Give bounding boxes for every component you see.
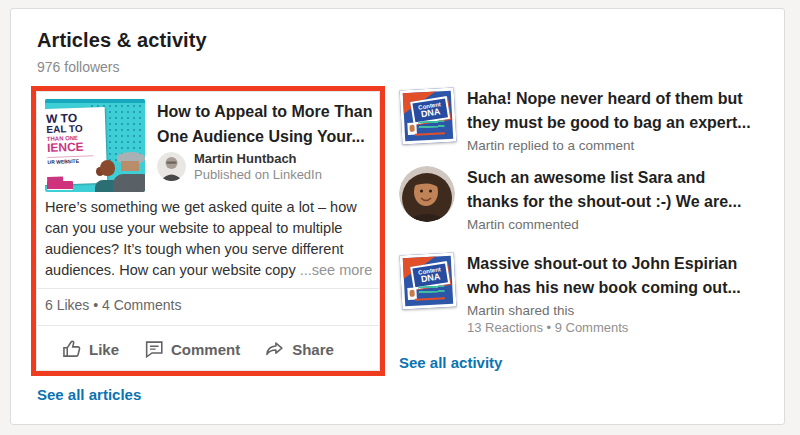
man-avatar-icon	[157, 152, 186, 181]
followers-count: 976 followers	[37, 59, 120, 75]
activity-social-counts[interactable]: 13 Reactions • 9 Comments	[467, 320, 767, 335]
book-underline	[415, 297, 445, 301]
like-label: Like	[89, 341, 119, 358]
activity-meta: Martin replied to a comment	[467, 138, 767, 153]
activity-title-line: Massive shout-out to John Espirian	[467, 252, 767, 276]
activity-meta: Martin shared this	[467, 303, 767, 318]
author-name: Martin Huntbach	[194, 151, 322, 167]
cartoon-man	[113, 152, 145, 192]
comment-icon	[143, 338, 165, 360]
activity-title-line: Such an awesome list Sara and	[467, 166, 767, 190]
activity-title-line: Haha! Nope never heard of them but	[467, 87, 767, 111]
woman-avatar-icon	[399, 166, 455, 222]
book-dashes	[418, 285, 444, 293]
book-cover-thumbnail[interactable]: Content DNA	[400, 88, 457, 145]
article-action-bar: Like Comment Share	[61, 330, 334, 368]
share-label: Share	[292, 341, 334, 358]
articles-activity-section: Articles & activity 976 followers W TO E…	[10, 8, 785, 425]
activity-title-line: who has his new book coming out...	[467, 276, 767, 300]
book-cover-thumbnail[interactable]: Content DNA	[400, 253, 457, 310]
article-card[interactable]: W TO EAL TO THAN ONE IENCE UR WEBSITE Ho…	[36, 91, 380, 371]
share-button[interactable]: Share	[264, 338, 334, 360]
book-underline	[415, 132, 445, 136]
section-title: Articles & activity	[37, 29, 207, 52]
sign-line: UR WEBSITE	[47, 155, 93, 165]
activity-item-3[interactable]: Content DNA Massive shout-out to John Es…	[399, 252, 771, 335]
book-dashes	[418, 120, 444, 128]
article-title-line: How to Appeal to More Than	[157, 99, 385, 124]
see-all-activity-link[interactable]: See all activity	[399, 354, 502, 371]
comment-label: Comment	[171, 341, 240, 358]
activity-item-1[interactable]: Content DNA Haha! Nope never heard of th…	[399, 87, 771, 153]
share-icon	[264, 338, 286, 360]
activity-meta: Martin commented	[467, 217, 767, 232]
published-on: Published on LinkedIn	[194, 167, 322, 182]
excerpt-line: can you use your website to appeal to mu…	[45, 218, 379, 239]
article-thumbnail[interactable]: W TO EAL TO THAN ONE IENCE UR WEBSITE	[45, 99, 145, 192]
excerpt-line: audiences? It’s tough when you serve dif…	[45, 239, 379, 260]
see-all-articles-link[interactable]: See all articles	[37, 386, 141, 403]
see-more-link[interactable]: ...see more	[300, 262, 373, 278]
divider	[37, 325, 379, 326]
thumbs-up-icon	[61, 338, 83, 360]
like-button[interactable]: Like	[61, 338, 119, 360]
divider	[37, 288, 379, 289]
article-title[interactable]: How to Appeal to More Than One Audience …	[157, 99, 385, 149]
red-highlight-box: W TO EAL TO THAN ONE IENCE UR WEBSITE Ho…	[31, 86, 385, 376]
comment-button[interactable]: Comment	[143, 338, 240, 360]
excerpt-line: audiences. How can your website copy	[45, 262, 296, 278]
commenter-avatar[interactable]	[399, 166, 455, 222]
article-title-line: One Audience Using Your...	[157, 124, 385, 149]
excerpt-line: Here’s something we get asked quite a lo…	[45, 197, 379, 218]
article-excerpt: Here’s something we get asked quite a lo…	[45, 197, 379, 281]
activity-title-line: they must be good to bag an expert...	[467, 111, 767, 135]
author-avatar	[157, 152, 186, 181]
thumbnail-logo-badge	[47, 181, 73, 190]
sign-line: IENCE	[47, 140, 104, 154]
article-byline[interactable]: Martin Huntbach Published on LinkedIn	[157, 151, 322, 182]
activity-title-line: thanks for the shout-out :-) We are...	[467, 190, 767, 214]
activity-item-2[interactable]: Such an awesome list Sara and thanks for…	[399, 166, 771, 232]
article-social-counts[interactable]: 6 Likes • 4 Comments	[45, 297, 181, 313]
